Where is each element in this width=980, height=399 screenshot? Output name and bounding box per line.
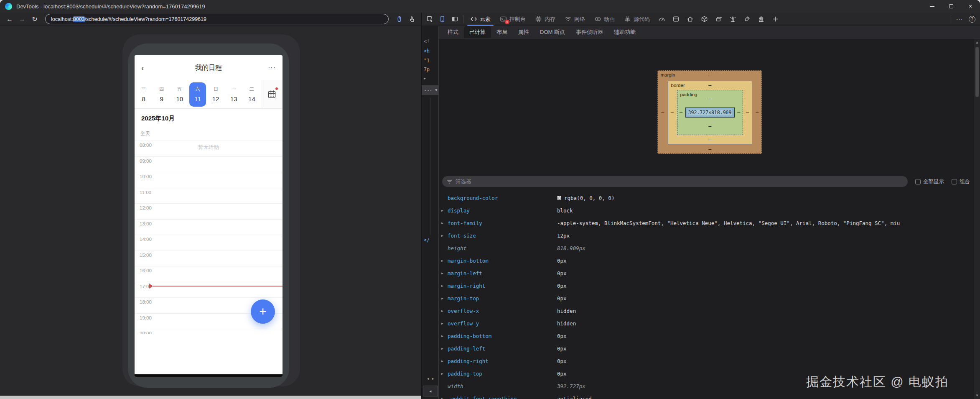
expander-icon[interactable]: ▶ (441, 372, 448, 376)
color-swatch-icon[interactable] (557, 196, 561, 200)
more-options-icon[interactable]: ··· (268, 64, 276, 72)
weekday-item[interactable]: 一13 (225, 80, 243, 108)
weekday-item-selected[interactable]: 六11 (188, 80, 206, 108)
webauthn-icon[interactable] (754, 13, 768, 26)
expander-icon[interactable]: ▶ (441, 271, 448, 275)
viewport-horizontal-scrollbar[interactable] (0, 396, 421, 399)
box-model-dash-value[interactable]: – (737, 110, 740, 115)
box-model-dash-value[interactable]: – (680, 110, 682, 115)
home-icon[interactable] (683, 13, 697, 26)
inspect-icon[interactable] (423, 13, 436, 26)
computed-property-row[interactable]: ▶margin-top0px (439, 292, 974, 304)
computed-property-row[interactable]: height818.909px (439, 242, 974, 254)
rendering-icon[interactable] (740, 13, 754, 26)
tab-network[interactable]: 网络 (560, 13, 590, 26)
add-event-fab[interactable]: + (251, 299, 275, 324)
customize-menu-button[interactable]: ··· (953, 13, 966, 26)
computed-property-row[interactable]: ▶padding-left0px (439, 342, 974, 355)
tab-animation[interactable]: 动画 (590, 13, 619, 26)
expander-icon[interactable]: ▶ (441, 309, 448, 313)
scroll-down-icon[interactable]: ▼ (974, 392, 980, 398)
dom-node-line[interactable]: <! (424, 38, 430, 44)
group-checkbox[interactable]: 组合 (952, 178, 970, 185)
subtab-computed[interactable]: 已计算 (464, 26, 491, 38)
expander-icon[interactable]: ▶ (441, 297, 448, 300)
subtab-styles[interactable]: 样式 (442, 26, 464, 38)
box-model-margin[interactable]: margin border padding 392.727×818.909 ––… (657, 70, 762, 154)
box-model-dash-value[interactable]: – (708, 82, 711, 88)
expander-icon[interactable]: ▶ (441, 359, 448, 363)
box-model-dash-value[interactable]: – (708, 137, 711, 143)
weekday-item[interactable]: 三8 (135, 80, 153, 108)
tab-memory[interactable]: 内存 (530, 13, 560, 26)
box-model-dash-value[interactable]: – (708, 73, 711, 79)
lighthouse-icon[interactable] (725, 13, 740, 26)
touch-emulation-icon[interactable] (406, 14, 417, 25)
dom-node-line[interactable]: "1 (424, 58, 430, 64)
dom-node-line[interactable]: 7p (424, 66, 430, 72)
expander-icon[interactable]: ▶ (441, 322, 448, 325)
calendar-button[interactable] (261, 80, 283, 108)
focus-mode-icon[interactable] (448, 13, 461, 26)
box-model-dash-value[interactable]: – (708, 123, 711, 129)
box-model-dash-value[interactable]: – (671, 110, 674, 115)
performance-icon[interactable] (654, 13, 669, 26)
computed-property-row[interactable]: ▶displayblock (439, 204, 974, 217)
maximize-button[interactable] (942, 0, 961, 13)
computed-property-row[interactable]: ▶overflow-xhidden (439, 304, 974, 317)
computed-property-row[interactable]: ▶margin-left0px (439, 267, 974, 279)
scroll-up-icon[interactable]: ▲ (974, 39, 980, 45)
more-tabs-icon[interactable] (768, 13, 782, 26)
expander-icon[interactable]: ▶ (441, 284, 448, 288)
expander-icon[interactable]: ▶ (441, 221, 448, 225)
scrollbar-thumb[interactable] (975, 47, 979, 97)
closing-tag[interactable]: </ (424, 237, 430, 243)
expander-icon[interactable]: ▶ (441, 347, 448, 350)
application-icon[interactable] (669, 13, 683, 26)
expander-icon[interactable]: ▶ (441, 234, 448, 238)
show-all-checkbox[interactable]: 全部显示 (915, 178, 944, 185)
minimize-button[interactable] (922, 0, 942, 13)
computed-property-row[interactable]: ▶font-size12px (439, 229, 974, 242)
help-button[interactable]: ? (966, 13, 978, 26)
subtab-properties[interactable]: 属性 (513, 26, 535, 38)
tab-sources[interactable]: 源代码 (619, 13, 654, 26)
weekday-item[interactable]: 五10 (171, 80, 188, 108)
computed-property-row[interactable]: ▶padding-right0px (439, 355, 974, 367)
tab-console[interactable]: ×控制台 (495, 13, 530, 26)
computed-property-row[interactable]: ▶font-family-apple-system, BlinkMacSyste… (439, 217, 974, 229)
box-model-dash-value[interactable]: – (708, 146, 711, 152)
expander-icon[interactable]: ▶ (441, 259, 448, 263)
box-model-dash-value[interactable]: – (746, 110, 749, 115)
3d-view-icon[interactable] (697, 13, 711, 26)
dom-node-line[interactable]: <h (424, 48, 430, 54)
back-button[interactable]: ← (4, 14, 15, 25)
expander-icon[interactable]: ▶ (441, 334, 448, 338)
dom-node-line[interactable]: ▶ (424, 77, 426, 80)
computed-property-row[interactable]: ▶margin-bottom0px (439, 254, 974, 267)
tab-elements[interactable]: 元素 (466, 13, 495, 26)
box-model-dash-value[interactable]: – (661, 110, 664, 115)
forward-button[interactable]: → (17, 14, 28, 25)
subtab-event-listeners[interactable]: 事件侦听器 (570, 26, 608, 38)
panel-collapse-button[interactable]: ◀ (423, 386, 438, 396)
expander-icon[interactable]: ▶ (441, 397, 448, 399)
computed-property-row[interactable]: background-colorrgba(0, 0, 0, 0) (439, 192, 974, 204)
dom-hscroll-arrows[interactable]: ◀ ▶ (423, 373, 438, 384)
subtab-accessibility[interactable]: 辅助功能 (608, 26, 641, 38)
weekday-item[interactable]: 日12 (207, 80, 225, 108)
computed-property-row[interactable]: ▶margin-right0px (439, 279, 974, 292)
selected-dom-node[interactable]: ··· ▼ (422, 85, 438, 95)
reload-button[interactable]: ↻ (29, 14, 40, 25)
device-toolbar-icon[interactable] (436, 13, 448, 26)
weekday-item[interactable]: 四9 (153, 80, 171, 108)
box-model-dash-value[interactable]: – (708, 96, 711, 102)
computed-property-row[interactable]: ▶padding-bottom0px (439, 330, 974, 342)
computed-property-row[interactable]: ▶overflow-yhidden (439, 317, 974, 330)
computed-property-row[interactable]: ▶-webkit-font-smoothingantialiased (439, 392, 974, 399)
box-model-dash-value[interactable]: – (756, 110, 759, 115)
close-button[interactable]: × (961, 0, 980, 13)
subtab-dom-breakpoints[interactable]: DOM 断点 (535, 26, 570, 38)
css-overview-icon[interactable] (711, 13, 725, 26)
box-model-content[interactable]: 392.727×818.909 (685, 107, 735, 118)
